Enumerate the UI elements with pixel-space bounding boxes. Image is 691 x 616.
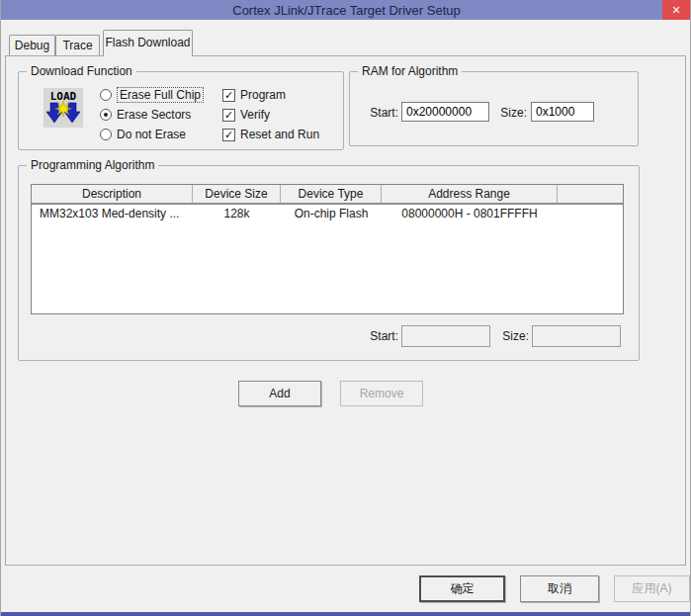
- cell-address-range: 08000000H - 0801FFFFH: [382, 205, 558, 222]
- cell-device-type: On-chip Flash: [281, 205, 382, 222]
- radio-erase-full-chip[interactable]: Erase Full Chip: [100, 87, 204, 103]
- algorithm-size-label: Size:: [477, 329, 529, 343]
- header-device-size: Device Size: [193, 185, 281, 203]
- table-row[interactable]: MM32x103 Med-density ... 128k On-chip Fl…: [32, 205, 623, 222]
- tab-debug[interactable]: Debug: [9, 35, 55, 55]
- radio-erase-sectors[interactable]: Erase Sectors: [100, 107, 191, 123]
- tab-trace[interactable]: Trace: [55, 35, 100, 55]
- radio-erase-full-chip-label: Erase Full Chip: [117, 87, 204, 103]
- checkbox-verify-box: ✓: [222, 109, 235, 122]
- add-button[interactable]: Add: [238, 381, 321, 406]
- dialog-window: Cortex JLink/JTrace Target Driver Setup …: [0, 0, 691, 616]
- algorithm-table-header: Description Device Size Device Type Addr…: [32, 185, 623, 205]
- tab-debug-label: Debug: [15, 39, 49, 52]
- titlebar: Cortex JLink/JTrace Target Driver Setup: [1, 0, 691, 20]
- ok-button[interactable]: 确定: [419, 575, 505, 602]
- remove-button: Remove: [340, 381, 423, 406]
- cell-empty: [558, 205, 623, 222]
- radio-do-not-erase-label: Do not Erase: [117, 128, 186, 141]
- ram-size-label: Size:: [481, 106, 527, 120]
- ram-start-input[interactable]: [401, 102, 489, 122]
- radio-do-not-erase-circle: [100, 129, 112, 140]
- checkbox-reset-and-run[interactable]: ✓ Reset and Run: [222, 127, 319, 142]
- algorithm-table: Description Device Size Device Type Addr…: [31, 184, 624, 314]
- ram-for-algorithm-legend: RAM for Algorithm: [358, 64, 462, 78]
- algorithm-start-label: Start:: [347, 329, 398, 343]
- header-description: Description: [32, 185, 193, 203]
- checkbox-program-box: ✓: [222, 89, 235, 102]
- ram-size-input[interactable]: [531, 102, 594, 122]
- apply-button-label: 应用(A): [633, 580, 672, 597]
- tab-flash-download-label: Flash Download: [105, 36, 190, 49]
- window-bottom-border: [1, 612, 691, 616]
- programming-algorithm-legend: Programming Algorithm: [27, 158, 158, 172]
- header-device-type: Device Type: [281, 185, 382, 203]
- cancel-button[interactable]: 取消: [520, 575, 599, 602]
- ok-button-label: 确定: [451, 580, 475, 597]
- radio-do-not-erase[interactable]: Do not Erase: [100, 127, 186, 142]
- checkbox-verify[interactable]: ✓ Verify: [222, 107, 270, 123]
- radio-erase-sectors-circle: [100, 109, 112, 121]
- header-empty: [558, 185, 623, 203]
- cell-device-size: 128k: [193, 205, 281, 222]
- checkbox-program-label: Program: [240, 88, 286, 102]
- close-button[interactable]: ✕: [662, 0, 690, 20]
- radio-erase-sectors-label: Erase Sectors: [117, 108, 191, 122]
- remove-button-label: Remove: [360, 387, 404, 400]
- tab-flash-download[interactable]: Flash Download: [103, 30, 193, 56]
- download-function-legend: Download Function: [27, 64, 136, 78]
- checkbox-program[interactable]: ✓ Program: [222, 87, 286, 103]
- add-button-label: Add: [269, 387, 290, 400]
- checkbox-verify-label: Verify: [240, 108, 270, 122]
- cell-description: MM32x103 Med-density ...: [32, 205, 193, 222]
- apply-button: 应用(A): [614, 575, 690, 602]
- algorithm-size-input: [532, 325, 621, 347]
- window-title: Cortex JLink/JTrace Target Driver Setup: [232, 3, 460, 18]
- checkbox-reset-and-run-box: ✓: [222, 129, 235, 141]
- ram-start-label: Start:: [349, 106, 398, 120]
- tab-trace-label: Trace: [62, 39, 92, 52]
- checkbox-reset-and-run-label: Reset and Run: [240, 128, 319, 141]
- radio-erase-full-chip-circle: [100, 89, 112, 101]
- load-icon: LOAD: [43, 88, 83, 128]
- close-icon: ✕: [671, 4, 680, 17]
- cancel-button-label: 取消: [548, 580, 571, 597]
- header-address-range: Address Range: [382, 185, 558, 203]
